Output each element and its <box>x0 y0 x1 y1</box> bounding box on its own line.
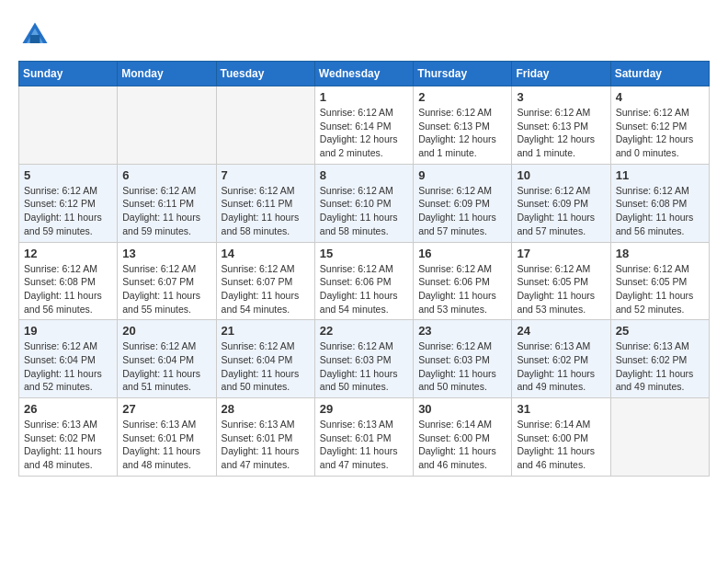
day-info: Sunrise: 6:12 AM Sunset: 6:09 PM Dayligh… <box>418 184 506 238</box>
calendar-day-cell: 4Sunrise: 6:12 AM Sunset: 6:12 PM Daylig… <box>610 86 709 165</box>
day-number: 29 <box>320 402 408 416</box>
calendar-day-cell: 23Sunrise: 6:12 AM Sunset: 6:03 PM Dayli… <box>414 320 512 398</box>
day-number: 27 <box>122 402 210 416</box>
day-info: Sunrise: 6:12 AM Sunset: 6:09 PM Dayligh… <box>517 184 605 238</box>
day-number: 2 <box>418 90 506 104</box>
day-info: Sunrise: 6:12 AM Sunset: 6:04 PM Dayligh… <box>24 339 112 394</box>
calendar-week-row: 19Sunrise: 6:12 AM Sunset: 6:04 PM Dayli… <box>19 320 710 398</box>
calendar-week-row: 12Sunrise: 6:12 AM Sunset: 6:08 PM Dayli… <box>19 242 710 320</box>
calendar-day-cell: 22Sunrise: 6:12 AM Sunset: 6:03 PM Dayli… <box>314 320 413 398</box>
day-info: Sunrise: 6:12 AM Sunset: 6:08 PM Dayligh… <box>616 184 704 238</box>
day-info: Sunrise: 6:12 AM Sunset: 6:05 PM Dayligh… <box>616 262 704 316</box>
calendar-day-cell <box>118 86 216 165</box>
weekday-header: Friday <box>512 62 610 86</box>
day-number: 6 <box>122 168 210 182</box>
calendar-week-row: 5Sunrise: 6:12 AM Sunset: 6:12 PM Daylig… <box>19 164 710 242</box>
day-info: Sunrise: 6:12 AM Sunset: 6:03 PM Dayligh… <box>418 339 506 394</box>
day-number: 11 <box>616 168 704 182</box>
calendar-day-cell: 18Sunrise: 6:12 AM Sunset: 6:05 PM Dayli… <box>610 242 709 320</box>
calendar-day-cell: 31Sunrise: 6:14 AM Sunset: 6:00 PM Dayli… <box>512 398 610 477</box>
day-info: Sunrise: 6:14 AM Sunset: 6:00 PM Dayligh… <box>418 418 506 472</box>
calendar-day-cell: 30Sunrise: 6:14 AM Sunset: 6:00 PM Dayli… <box>414 398 512 477</box>
day-info: Sunrise: 6:12 AM Sunset: 6:06 PM Dayligh… <box>320 262 408 316</box>
day-number: 21 <box>222 324 310 338</box>
day-info: Sunrise: 6:12 AM Sunset: 6:06 PM Dayligh… <box>418 262 506 316</box>
day-number: 4 <box>616 90 704 104</box>
calendar-day-cell: 15Sunrise: 6:12 AM Sunset: 6:06 PM Dayli… <box>314 242 413 320</box>
day-info: Sunrise: 6:12 AM Sunset: 6:13 PM Dayligh… <box>418 106 506 160</box>
calendar-day-cell: 1Sunrise: 6:12 AM Sunset: 6:14 PM Daylig… <box>314 86 413 165</box>
day-number: 14 <box>222 247 310 260</box>
day-number: 31 <box>517 402 605 416</box>
calendar-day-cell: 14Sunrise: 6:12 AM Sunset: 6:07 PM Dayli… <box>216 242 314 320</box>
calendar-day-cell: 3Sunrise: 6:12 AM Sunset: 6:13 PM Daylig… <box>512 86 610 165</box>
weekday-header: Thursday <box>414 62 512 86</box>
day-info: Sunrise: 6:13 AM Sunset: 6:01 PM Dayligh… <box>320 418 408 472</box>
calendar-header-row: SundayMondayTuesdayWednesdayThursdayFrid… <box>19 62 710 86</box>
day-number: 18 <box>616 247 704 260</box>
day-number: 17 <box>517 247 605 260</box>
calendar-day-cell: 9Sunrise: 6:12 AM Sunset: 6:09 PM Daylig… <box>414 164 512 242</box>
calendar-day-cell: 7Sunrise: 6:12 AM Sunset: 6:11 PM Daylig… <box>216 164 314 242</box>
day-info: Sunrise: 6:12 AM Sunset: 6:13 PM Dayligh… <box>517 106 605 160</box>
calendar-day-cell: 24Sunrise: 6:13 AM Sunset: 6:02 PM Dayli… <box>512 320 610 398</box>
svg-rect-2 <box>30 35 40 43</box>
weekday-header: Tuesday <box>216 62 314 86</box>
calendar-table: SundayMondayTuesdayWednesdayThursdayFrid… <box>18 61 710 477</box>
day-number: 13 <box>122 247 210 260</box>
day-number: 26 <box>24 402 112 416</box>
day-info: Sunrise: 6:13 AM Sunset: 6:02 PM Dayligh… <box>616 339 704 394</box>
day-number: 8 <box>320 168 408 182</box>
day-info: Sunrise: 6:12 AM Sunset: 6:05 PM Dayligh… <box>517 262 605 316</box>
day-number: 22 <box>320 324 408 338</box>
weekday-header: Sunday <box>19 62 118 86</box>
day-number: 5 <box>24 168 112 182</box>
calendar-day-cell: 11Sunrise: 6:12 AM Sunset: 6:08 PM Dayli… <box>610 164 709 242</box>
day-number: 12 <box>24 247 112 260</box>
calendar-day-cell: 25Sunrise: 6:13 AM Sunset: 6:02 PM Dayli… <box>610 320 709 398</box>
day-info: Sunrise: 6:13 AM Sunset: 6:01 PM Dayligh… <box>222 418 310 472</box>
day-info: Sunrise: 6:13 AM Sunset: 6:02 PM Dayligh… <box>24 418 112 472</box>
day-info: Sunrise: 6:12 AM Sunset: 6:04 PM Dayligh… <box>222 339 310 394</box>
day-info: Sunrise: 6:12 AM Sunset: 6:08 PM Dayligh… <box>24 262 112 316</box>
calendar-day-cell: 8Sunrise: 6:12 AM Sunset: 6:10 PM Daylig… <box>314 164 413 242</box>
calendar-week-row: 26Sunrise: 6:13 AM Sunset: 6:02 PM Dayli… <box>19 398 710 477</box>
day-number: 30 <box>418 402 506 416</box>
page-header <box>18 18 710 52</box>
calendar-day-cell: 29Sunrise: 6:13 AM Sunset: 6:01 PM Dayli… <box>314 398 413 477</box>
weekday-header: Monday <box>118 62 216 86</box>
calendar-day-cell: 6Sunrise: 6:12 AM Sunset: 6:11 PM Daylig… <box>118 164 216 242</box>
calendar-day-cell: 27Sunrise: 6:13 AM Sunset: 6:01 PM Dayli… <box>118 398 216 477</box>
weekday-header: Wednesday <box>314 62 413 86</box>
day-number: 3 <box>517 90 605 104</box>
day-number: 24 <box>517 324 605 338</box>
calendar-day-cell: 10Sunrise: 6:12 AM Sunset: 6:09 PM Dayli… <box>512 164 610 242</box>
calendar-day-cell: 2Sunrise: 6:12 AM Sunset: 6:13 PM Daylig… <box>414 86 512 165</box>
calendar-day-cell: 21Sunrise: 6:12 AM Sunset: 6:04 PM Dayli… <box>216 320 314 398</box>
day-info: Sunrise: 6:14 AM Sunset: 6:00 PM Dayligh… <box>517 418 605 472</box>
day-info: Sunrise: 6:12 AM Sunset: 6:04 PM Dayligh… <box>122 339 210 394</box>
day-number: 1 <box>320 90 408 104</box>
calendar-day-cell: 16Sunrise: 6:12 AM Sunset: 6:06 PM Dayli… <box>414 242 512 320</box>
calendar-day-cell: 12Sunrise: 6:12 AM Sunset: 6:08 PM Dayli… <box>19 242 118 320</box>
calendar-day-cell: 17Sunrise: 6:12 AM Sunset: 6:05 PM Dayli… <box>512 242 610 320</box>
calendar-day-cell: 26Sunrise: 6:13 AM Sunset: 6:02 PM Dayli… <box>19 398 118 477</box>
day-number: 20 <box>122 324 210 338</box>
logo <box>18 18 57 52</box>
day-info: Sunrise: 6:13 AM Sunset: 6:01 PM Dayligh… <box>122 418 210 472</box>
day-info: Sunrise: 6:12 AM Sunset: 6:11 PM Dayligh… <box>222 184 310 238</box>
day-info: Sunrise: 6:12 AM Sunset: 6:12 PM Dayligh… <box>616 106 704 160</box>
day-number: 19 <box>24 324 112 338</box>
day-number: 9 <box>418 168 506 182</box>
calendar-day-cell <box>19 86 118 165</box>
day-number: 28 <box>222 402 310 416</box>
day-info: Sunrise: 6:12 AM Sunset: 6:07 PM Dayligh… <box>122 262 210 316</box>
day-info: Sunrise: 6:12 AM Sunset: 6:14 PM Dayligh… <box>320 106 408 160</box>
calendar-day-cell: 28Sunrise: 6:13 AM Sunset: 6:01 PM Dayli… <box>216 398 314 477</box>
day-number: 16 <box>418 247 506 260</box>
calendar-week-row: 1Sunrise: 6:12 AM Sunset: 6:14 PM Daylig… <box>19 86 710 165</box>
day-number: 10 <box>517 168 605 182</box>
day-info: Sunrise: 6:12 AM Sunset: 6:11 PM Dayligh… <box>122 184 210 238</box>
calendar-day-cell: 20Sunrise: 6:12 AM Sunset: 6:04 PM Dayli… <box>118 320 216 398</box>
logo-icon <box>18 18 51 52</box>
